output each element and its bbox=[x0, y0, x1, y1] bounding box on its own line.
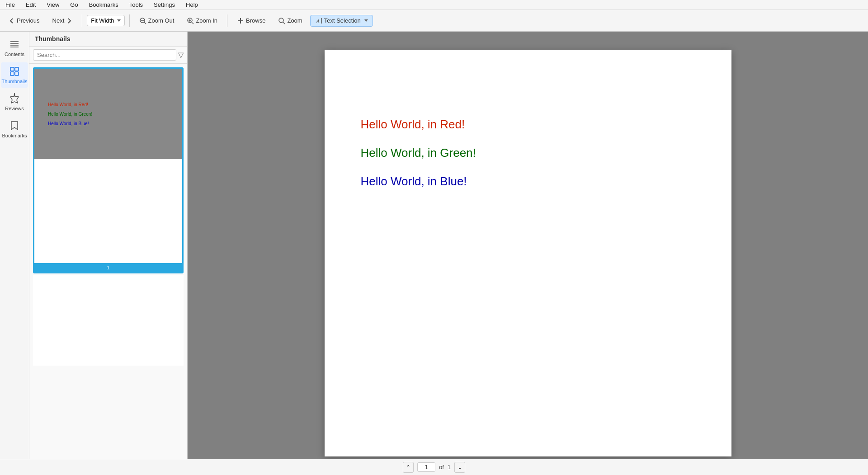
thumbnail-page-number: 1 bbox=[34, 263, 182, 272]
pdf-text-blue: Hello World, in Blue! bbox=[361, 174, 695, 188]
svg-point-7 bbox=[279, 18, 283, 23]
sidebar-item-reviews[interactable]: Reviews bbox=[1, 89, 28, 115]
thumbnails-icon bbox=[9, 66, 20, 77]
sidebar-item-contents[interactable]: Contents bbox=[1, 35, 28, 61]
chevron-right-icon bbox=[66, 18, 72, 24]
contents-icon bbox=[9, 39, 20, 50]
filter-icon[interactable]: ▽ bbox=[178, 51, 184, 59]
page-up-button[interactable]: ⌃ bbox=[403, 462, 414, 473]
pdf-text-green: Hello World, in Green! bbox=[361, 146, 695, 160]
thumb-blue-text: Hello World, in Blue! bbox=[48, 121, 182, 126]
total-pages-label: 1 bbox=[448, 464, 451, 470]
menu-bookmarks[interactable]: Bookmarks bbox=[87, 0, 120, 9]
svg-rect-16 bbox=[15, 67, 19, 71]
magnifier-icon bbox=[278, 17, 285, 24]
text-selection-button[interactable]: A Text Selection bbox=[310, 15, 373, 27]
thumb-green-text: Hello World, in Green! bbox=[48, 112, 182, 117]
zoom-in-icon bbox=[187, 17, 194, 24]
svg-line-8 bbox=[283, 22, 285, 24]
page-of-label: of bbox=[439, 464, 444, 470]
main-layout: Contents Thumbnails Reviews Bookmarks bbox=[0, 32, 868, 459]
menu-file[interactable]: File bbox=[4, 0, 17, 9]
previous-button[interactable]: Previous bbox=[4, 15, 45, 26]
zoom-out-icon bbox=[139, 17, 146, 24]
thumbnail-top: Hello World, in Red! Hello World, in Gre… bbox=[34, 69, 182, 159]
separator-1 bbox=[82, 14, 82, 27]
thumbnail-empty-area bbox=[33, 275, 184, 366]
sidebar-item-thumbnails[interactable]: Thumbnails bbox=[1, 62, 28, 88]
zoom-out-button[interactable]: Zoom Out bbox=[134, 15, 179, 27]
thumbnails-title: Thumbnails bbox=[29, 32, 187, 47]
menu-tools[interactable]: Tools bbox=[127, 0, 145, 9]
browse-icon bbox=[237, 17, 244, 24]
zoom-button[interactable]: Zoom bbox=[273, 15, 307, 27]
menu-help[interactable]: Help bbox=[184, 0, 200, 9]
thumbnail-inner: Hello World, in Red! Hello World, in Gre… bbox=[34, 69, 182, 263]
menu-edit[interactable]: Edit bbox=[24, 0, 38, 9]
thumbnail-page-1[interactable]: Hello World, in Red! Hello World, in Gre… bbox=[33, 67, 184, 273]
thumbnails-panel: Thumbnails ▽ Hello World, in Red! Hello … bbox=[29, 32, 188, 459]
page-number-input[interactable] bbox=[417, 462, 435, 472]
zoom-in-button[interactable]: Zoom In bbox=[182, 15, 222, 27]
thumbnails-search-bar: ▽ bbox=[29, 47, 187, 64]
fit-width-chevron-icon bbox=[117, 19, 121, 22]
svg-line-4 bbox=[192, 22, 193, 24]
svg-rect-18 bbox=[15, 72, 19, 75]
pdf-area: Hello World, in Red! Hello World, in Gre… bbox=[188, 32, 868, 459]
sidebar-item-bookmarks[interactable]: Bookmarks bbox=[1, 117, 28, 142]
text-cursor-icon: A bbox=[315, 17, 322, 24]
sidebar-icons: Contents Thumbnails Reviews Bookmarks bbox=[0, 32, 29, 459]
svg-text:A: A bbox=[316, 18, 320, 24]
reviews-icon bbox=[9, 93, 20, 104]
svg-rect-15 bbox=[10, 67, 14, 71]
thumbnails-content: Hello World, in Red! Hello World, in Gre… bbox=[29, 64, 187, 459]
pdf-page: Hello World, in Red! Hello World, in Gre… bbox=[325, 50, 731, 456]
page-down-button[interactable]: ⌄ bbox=[454, 462, 465, 473]
next-button[interactable]: Next bbox=[47, 15, 78, 26]
pdf-text-red: Hello World, in Red! bbox=[361, 118, 695, 132]
thumbnail-bottom bbox=[34, 159, 182, 263]
fit-width-dropdown[interactable]: Fit Width bbox=[87, 15, 124, 26]
menu-view[interactable]: View bbox=[45, 0, 61, 9]
toolbar: Previous Next Fit Width Zoom Out Zoom In… bbox=[0, 10, 868, 32]
menubar: File Edit View Go Bookmarks Tools Settin… bbox=[0, 0, 868, 10]
menu-settings[interactable]: Settings bbox=[152, 0, 177, 9]
svg-line-1 bbox=[144, 22, 146, 24]
separator-2 bbox=[129, 14, 130, 27]
text-selection-chevron-icon bbox=[364, 19, 368, 22]
search-input[interactable] bbox=[33, 49, 176, 61]
chevron-left-icon bbox=[9, 18, 15, 24]
bottom-bar: ⌃ of 1 ⌄ bbox=[0, 459, 868, 475]
thumb-red-text: Hello World, in Red! bbox=[48, 102, 182, 107]
separator-3 bbox=[227, 14, 227, 27]
browse-button[interactable]: Browse bbox=[232, 15, 270, 27]
menu-go[interactable]: Go bbox=[68, 0, 80, 9]
svg-rect-17 bbox=[10, 72, 14, 75]
bookmarks-icon bbox=[9, 120, 20, 131]
